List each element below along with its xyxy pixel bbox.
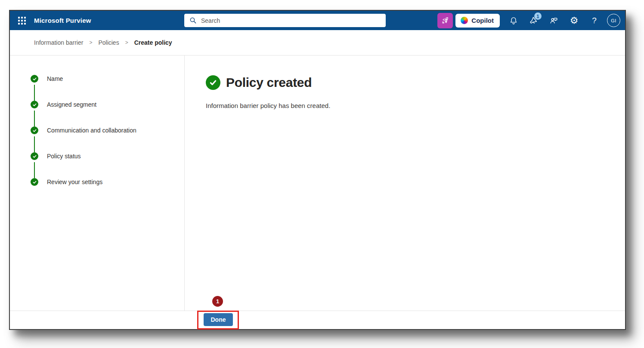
policy-created-header: Policy created: [206, 75, 625, 90]
top-app-bar: Microsoft Purview: [10, 11, 625, 30]
topbar-actions: Copilot: [437, 11, 622, 30]
breadcrumb-separator: >: [125, 40, 128, 46]
step-completed-check-icon: [31, 101, 38, 108]
wizard-body: Name Assigned segment Communication and …: [10, 55, 625, 311]
step-label: Review your settings: [47, 179, 102, 185]
screenshot-stage: Microsoft Purview: [0, 0, 644, 348]
waffle-icon: [18, 17, 26, 25]
whats-new-rocket-button[interactable]: [437, 13, 453, 28]
app-launcher-waffle-icon[interactable]: [15, 14, 29, 28]
announcements-button[interactable]: 1: [523, 11, 544, 30]
annotation-step-1-marker: 1: [212, 296, 223, 307]
bell-icon: [509, 16, 518, 25]
announcement-count-badge: 1: [534, 12, 542, 20]
wizard-step-review-settings[interactable]: Review your settings: [31, 178, 184, 186]
wizard-step-policy-status[interactable]: Policy status: [31, 152, 184, 160]
global-search[interactable]: [184, 14, 386, 27]
step-label: Assigned segment: [47, 101, 96, 108]
breadcrumb-policies[interactable]: Policies: [98, 39, 119, 46]
settings-button[interactable]: ⚙: [564, 11, 584, 30]
feedback-person-icon: [549, 15, 559, 25]
step-label: Name: [47, 75, 63, 82]
step-completed-check-icon: [31, 75, 38, 83]
copilot-label: Copilot: [471, 17, 494, 24]
wizard-step-name[interactable]: Name: [31, 75, 184, 83]
page-title: Policy created: [226, 75, 312, 90]
breadcrumb-information-barrier[interactable]: Information barrier: [34, 39, 83, 46]
account-avatar[interactable]: GI: [607, 14, 620, 27]
wizard-footer: Done: [10, 311, 625, 329]
step-label: Communication and collaboration: [47, 127, 136, 134]
step-completed-check-icon: [31, 178, 38, 186]
notifications-button[interactable]: [503, 11, 523, 30]
help-button[interactable]: ?: [584, 11, 604, 30]
search-input[interactable]: [201, 17, 386, 24]
rocket-icon: [441, 16, 449, 25]
step-completed-check-icon: [31, 126, 38, 134]
copilot-logo-icon: [461, 17, 468, 24]
done-button[interactable]: Done: [204, 313, 233, 326]
confirmation-message: Information barrier policy has been crea…: [206, 102, 625, 109]
wizard-steps-nav: Name Assigned segment Communication and …: [10, 55, 185, 311]
step-label: Policy status: [47, 153, 81, 160]
help-icon: ?: [592, 16, 597, 25]
app-title: Microsoft Purview: [34, 11, 91, 30]
success-check-icon: [206, 75, 220, 90]
copilot-button[interactable]: Copilot: [455, 14, 500, 28]
breadcrumb-create-policy: Create policy: [134, 39, 172, 46]
search-icon: [189, 17, 197, 24]
wizard-step-communication-collaboration[interactable]: Communication and collaboration: [31, 126, 184, 134]
wizard-step-assigned-segment[interactable]: Assigned segment: [31, 101, 184, 108]
feedback-button[interactable]: [544, 11, 564, 30]
purview-app-window: Microsoft Purview: [9, 10, 626, 330]
breadcrumb: Information barrier > Policies > Create …: [10, 30, 625, 55]
breadcrumb-separator: >: [89, 40, 92, 46]
wizard-content-pane: Policy created Information barrier polic…: [185, 55, 625, 311]
gear-icon: ⚙: [570, 16, 579, 25]
step-completed-check-icon: [31, 152, 38, 160]
